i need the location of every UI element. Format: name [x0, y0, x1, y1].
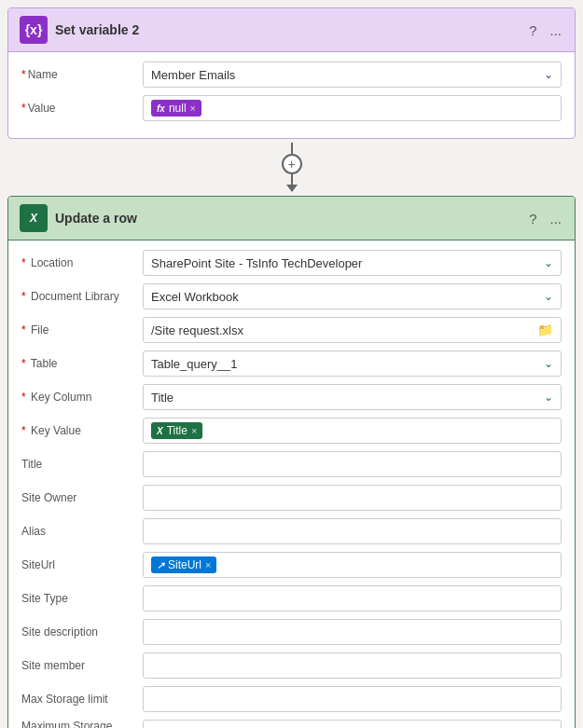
connector-arrow [286, 185, 298, 192]
update-help-icon: ? [529, 211, 536, 227]
site-description-input[interactable] [143, 619, 562, 645]
more-icon: ... [549, 22, 562, 38]
site-type-label: Site Type [21, 592, 143, 605]
table-value: Table_query__1 [151, 357, 238, 371]
key-column-label: * Key Column [21, 391, 143, 404]
key-value-token-field[interactable]: X Title × [143, 418, 562, 444]
header-right: ? ... [527, 21, 563, 40]
update-more-icon: ... [549, 211, 562, 227]
file-value: /Site request.xlsx [151, 323, 243, 337]
doc-library-arrow: ⌄ [544, 290, 553, 303]
file-input[interactable]: /Site request.xlsx 📁 [143, 317, 562, 343]
table-label: * Table [21, 357, 143, 370]
site-description-field-row: Site description [21, 619, 562, 645]
siteurl-token-text: SiteUrl [168, 558, 201, 571]
set-variable-body: *Name Member Emails ⌄ *Value fx null × [8, 52, 575, 138]
location-dropdown[interactable]: SharePoint Site - TsInfo TechDeveloper ⌄ [143, 250, 562, 276]
table-dropdown[interactable]: Table_query__1 ⌄ [143, 350, 562, 377]
token-text: null [169, 102, 187, 115]
more-button[interactable]: ... [548, 21, 563, 40]
max-storage-warning-label: Maximum Storage Warning Limit [21, 720, 143, 728]
doc-library-dropdown[interactable]: Excel Workbook ⌄ [143, 283, 562, 309]
title-field-row: Title [21, 451, 562, 477]
location-field-row: * Location SharePoint Site - TsInfo Tech… [21, 250, 562, 276]
key-value-token-close[interactable]: × [191, 425, 197, 436]
key-value-label: * Key Value [21, 424, 143, 437]
site-owner-label: Site Owner [21, 491, 143, 504]
site-member-input[interactable] [143, 652, 562, 679]
key-value-token-text: Title [167, 424, 187, 437]
site-member-field-row: Site member [21, 652, 562, 679]
max-storage-warning-input[interactable] [143, 720, 562, 728]
help-button[interactable]: ? [527, 21, 538, 40]
excel-icon-label: X [30, 212, 37, 225]
set-variable-icon: {x} [20, 16, 48, 44]
siteurl-token-close[interactable]: × [205, 559, 211, 570]
value-field-row: *Value fx null × [21, 95, 562, 121]
site-owner-field-row: Site Owner [21, 485, 562, 511]
doc-library-field-row: * Document Library Excel Workbook ⌄ [21, 283, 562, 309]
name-value: Member Emails [151, 68, 235, 82]
value-label: *Value [21, 102, 143, 115]
name-dropdown[interactable]: Member Emails ⌄ [143, 62, 562, 88]
token-close-button[interactable]: × [190, 103, 196, 114]
title-label: Title [21, 458, 143, 471]
excel-icon: X [20, 204, 48, 232]
max-storage-field-row: Max Storage limit [21, 686, 562, 712]
location-value: SharePoint Site - TsInfo TechDeveloper [151, 256, 362, 270]
update-body: * Location SharePoint Site - TsInfo Tech… [8, 240, 575, 728]
siteurl-token-icon: ↗ [157, 560, 164, 570]
location-label: * Location [21, 256, 143, 269]
location-arrow: ⌄ [544, 256, 553, 269]
fx-icon: fx [157, 103, 165, 114]
name-label: *Name [21, 68, 143, 81]
update-row-card: X Update a row ? ... * Location S [7, 196, 576, 728]
table-arrow: ⌄ [544, 357, 553, 370]
file-field-row: * File /Site request.xlsx 📁 [21, 317, 562, 343]
update-help-button[interactable]: ? [527, 209, 538, 228]
update-more-button[interactable]: ... [548, 209, 563, 228]
value-token: fx null × [151, 100, 201, 117]
header-left: {x} Set variable 2 [20, 16, 139, 44]
add-step-button[interactable]: + [282, 154, 302, 174]
set-variable-header: {x} Set variable 2 ? ... [8, 8, 575, 52]
site-owner-input[interactable] [143, 485, 562, 511]
update-title: Update a row [55, 211, 137, 226]
key-value-token: X Title × [151, 422, 202, 439]
doc-library-label: * Document Library [21, 290, 143, 303]
alias-field-row: Alias [21, 518, 562, 544]
doc-library-value: Excel Workbook [151, 290, 239, 304]
alias-label: Alias [21, 525, 143, 538]
set-variable-card: {x} Set variable 2 ? ... *Name Mem [7, 7, 576, 139]
name-dropdown-arrow: ⌄ [544, 68, 553, 81]
key-column-arrow: ⌄ [544, 391, 553, 404]
max-storage-label: Max Storage limit [21, 693, 143, 706]
siteurl-label: SiteUrl [21, 558, 143, 571]
table-field-row: * Table Table_query__1 ⌄ [21, 350, 562, 377]
alias-input[interactable] [143, 518, 562, 544]
update-header-left: X Update a row [20, 204, 137, 232]
update-header: X Update a row ? ... [8, 197, 575, 240]
value-token-field[interactable]: fx null × [143, 95, 562, 121]
excel-token-icon: X [157, 426, 163, 436]
key-value-field-row: * Key Value X Title × [21, 418, 562, 444]
key-column-dropdown[interactable]: Title ⌄ [143, 384, 562, 410]
help-icon: ? [529, 22, 536, 38]
site-type-field-row: Site Type [21, 585, 562, 611]
siteurl-field-row: SiteUrl ↗ SiteUrl × [21, 552, 562, 578]
site-type-input[interactable] [143, 585, 562, 611]
connector: + [7, 139, 576, 196]
site-description-label: Site description [21, 625, 143, 639]
name-field-row: *Name Member Emails ⌄ [21, 62, 562, 88]
max-storage-warning-field-row: Maximum Storage Warning Limit [21, 720, 562, 728]
set-variable-title: Set variable 2 [55, 22, 139, 37]
key-column-field-row: * Key Column Title ⌄ [21, 384, 562, 410]
siteurl-token: ↗ SiteUrl × [151, 556, 216, 573]
max-storage-input[interactable] [143, 686, 562, 712]
title-input[interactable] [143, 451, 562, 477]
key-column-value: Title [151, 391, 174, 405]
file-label: * File [21, 323, 143, 337]
site-member-label: Site member [21, 659, 143, 672]
connector-line-top [291, 143, 293, 154]
siteurl-token-field[interactable]: ↗ SiteUrl × [143, 552, 562, 578]
